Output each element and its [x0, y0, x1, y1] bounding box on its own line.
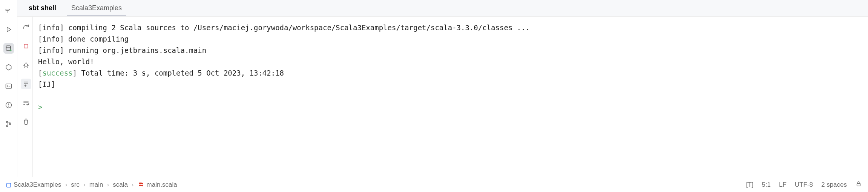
status-encoding[interactable]: UTF-8 — [795, 181, 813, 189]
breadcrumb-project[interactable]: Scala3Examples — [6, 181, 61, 189]
build-icon[interactable] — [3, 5, 14, 16]
console-text: ] — [73, 69, 77, 77]
chevron-right-icon: › — [107, 181, 109, 189]
problems-icon[interactable] — [3, 100, 14, 110]
tab-scala3-examples[interactable]: Scala3Examples — [64, 0, 129, 16]
console-prompt: > — [38, 103, 42, 111]
svg-point-4 — [6, 121, 8, 123]
chevron-right-icon: › — [83, 181, 86, 189]
chevron-right-icon: › — [65, 181, 67, 189]
breadcrumb-label: main.scala — [147, 181, 177, 189]
status-indent[interactable]: 2 spaces — [821, 181, 847, 189]
trash-icon[interactable] — [21, 116, 31, 127]
status-line-ending[interactable]: LF — [779, 181, 787, 189]
console-tag-info: [info] — [38, 46, 64, 54]
chevron-right-icon: › — [132, 181, 134, 189]
console-tag-info: [info] — [38, 23, 64, 32]
console-text: Total time: 3 s, completed 5 Oct 2023, 1… — [77, 69, 284, 77]
console-tag-info: [info] — [38, 35, 64, 43]
scroll-to-end-icon[interactable] — [21, 79, 31, 89]
svg-rect-10 — [857, 183, 860, 186]
svg-point-8 — [25, 64, 28, 67]
svg-rect-9 — [7, 183, 11, 187]
console-text: [IJ] — [38, 80, 55, 88]
console-output[interactable]: [info] compiling 2 Scala sources to /Use… — [32, 17, 868, 177]
status-t-indicator[interactable]: [T] — [746, 181, 753, 189]
svg-point-5 — [6, 125, 8, 127]
scala-file-icon — [138, 181, 144, 188]
soft-wrap-icon[interactable] — [21, 98, 31, 108]
rerun-icon[interactable] — [21, 22, 31, 33]
status-cursor-position[interactable]: 5:1 — [762, 181, 771, 189]
breadcrumb: Scala3Examples › src › main › scala › ma… — [6, 181, 742, 189]
left-tool-rail — [0, 0, 17, 177]
svg-point-6 — [9, 123, 11, 125]
console-tag-success: success — [42, 69, 72, 77]
svg-point-1 — [9, 50, 11, 51]
console-text: running org.jetbrains.scala.main — [64, 46, 207, 54]
tab-sbt-shell[interactable]: sbt shell — [21, 0, 64, 16]
services-icon[interactable] — [3, 62, 14, 73]
debug-icon[interactable] — [21, 60, 31, 70]
stop-icon[interactable] — [21, 41, 31, 51]
svg-rect-2 — [6, 84, 11, 88]
breadcrumb-main[interactable]: main — [89, 181, 103, 189]
breadcrumb-scala[interactable]: scala — [113, 181, 128, 189]
console-toolbar — [17, 17, 32, 177]
tool-tabs: sbt shell Scala3Examples — [17, 0, 868, 17]
run-icon[interactable] — [3, 24, 14, 35]
vcs-icon[interactable] — [3, 119, 14, 129]
lock-icon[interactable] — [855, 180, 862, 189]
database-tool-icon[interactable] — [3, 43, 14, 54]
breadcrumb-label: Scala3Examples — [14, 181, 61, 189]
terminal-icon[interactable] — [3, 81, 14, 91]
breadcrumb-file[interactable]: main.scala — [138, 181, 177, 189]
console-text: done compiling — [64, 35, 129, 43]
status-bar: Scala3Examples › src › main › scala › ma… — [0, 177, 868, 192]
module-icon — [6, 182, 11, 187]
console-text: [ — [38, 69, 42, 77]
console-text: compiling 2 Scala sources to /Users/maci… — [64, 23, 530, 32]
console-text: Hello, world! — [38, 57, 94, 66]
svg-rect-7 — [24, 44, 28, 48]
breadcrumb-src[interactable]: src — [71, 181, 80, 189]
